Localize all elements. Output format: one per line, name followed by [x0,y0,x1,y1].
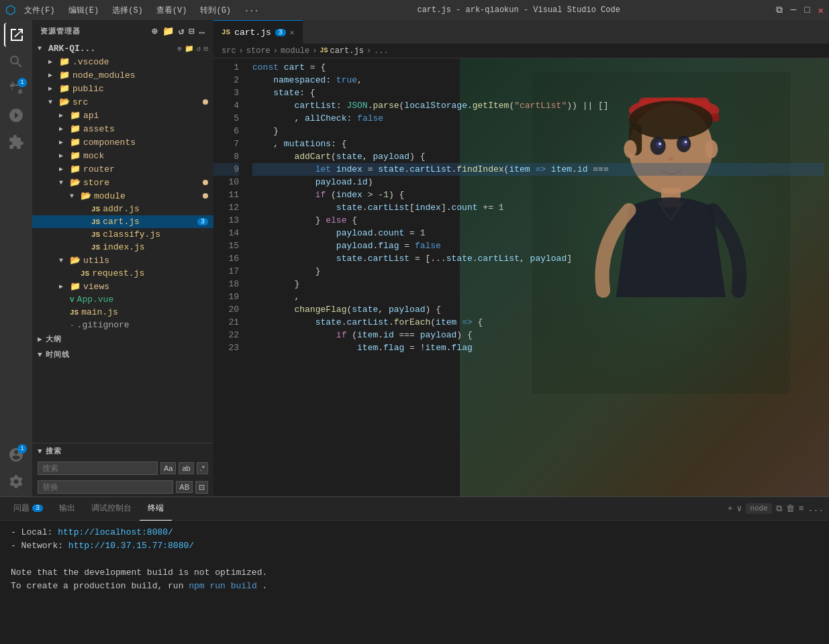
match-word-btn[interactable]: ab [179,462,193,474]
search-header[interactable]: ▼ 搜索 [32,443,213,459]
replace-input[interactable] [38,480,173,494]
file-gitignore[interactable]: ▶ · .gitignore [32,319,213,331]
breadcrumb-filename[interactable]: cart.js [330,46,363,56]
new-file-icon[interactable]: ⊕ [152,25,158,37]
local-url[interactable]: http://localhost:8080/ [58,527,173,537]
tab-terminal[interactable]: 终端 [140,497,172,521]
line-num-10: 10 [213,176,239,189]
tab-output[interactable]: 输出 [51,497,83,521]
folder-assets[interactable]: ▶ 📁 assets [32,122,213,136]
tab-debug-console[interactable]: 调试控制台 [83,497,140,521]
code-line-18: } [252,278,824,290]
refresh-icon[interactable]: ↺ [179,25,185,37]
outline-section[interactable]: ▶ 大纲 [32,331,213,347]
menu-select[interactable]: 选择(S) [109,3,146,17]
split-terminal-btn[interactable]: ⧉ [776,504,782,514]
breadcrumb-store[interactable]: store [246,46,271,56]
collapse-all-icon[interactable]: ⊟ [189,25,195,37]
store-modified-dot [203,180,208,185]
activity-settings[interactable] [4,470,28,494]
activity-account[interactable]: 1 [4,443,28,467]
delete-terminal-btn[interactable]: 🗑 [786,504,795,514]
folder-router-label: router [83,164,115,174]
line-num-12: 12 [213,201,239,214]
folder-src[interactable]: ▼ 📂 src [32,95,213,109]
regex-btn[interactable]: .* [197,462,208,474]
folder-components[interactable]: ▶ 📁 components [32,136,213,149]
window-controls: ⧉ ─ □ ✕ [776,5,824,16]
line-num-16: 16 [213,252,239,265]
project-root[interactable]: ▼ ARK-QI... ⊕ 📁 ↺ ⊟ [32,42,213,55]
folder-node-modules[interactable]: ▶ 📁 node_modules [32,68,213,82]
code-content[interactable]: const cart = { namespaced: true, state: … [247,58,829,496]
project-icon4[interactable]: ⊟ [203,44,208,53]
problems-badge: 3 [32,504,43,512]
menu-goto[interactable]: 转到(G) [197,3,234,17]
file-app-vue[interactable]: ▶ V App.vue [32,293,213,306]
terminal-extra-btn[interactable]: ... [808,504,824,514]
file-classify-js[interactable]: ▶ JS classify.js [32,228,213,241]
file-index-js[interactable]: ▶ JS index.js [32,241,213,254]
search-header-label: 搜索 [46,446,62,456]
menu-edit[interactable]: 编辑(E) [66,3,102,17]
layout-icon[interactable]: ⧉ [776,5,783,16]
network-url[interactable]: http://10.37.15.77:8080/ [68,541,194,551]
close-button[interactable]: ✕ [818,5,824,16]
replace-icon-btn[interactable]: ⊡ [195,481,208,494]
folder-store[interactable]: ▼ 📂 store [32,176,213,189]
folder-api[interactable]: ▶ 📁 api [32,109,213,122]
file-main-js[interactable]: ▶ JS main.js [32,306,213,319]
breadcrumb-src[interactable]: src [222,46,236,56]
folder-icon-vscode: 📁 [59,56,70,67]
folder-mock[interactable]: ▶ 📁 mock [32,149,213,162]
folder-icon-store: 📂 [70,177,81,188]
folder-store-label: store [83,178,109,188]
terminal-dropdown-btn[interactable]: ∨ [737,503,742,514]
folder-utils[interactable]: ▼ 📂 utils [32,254,213,267]
terminal-more-btn[interactable]: ≡ [799,504,804,514]
folder-vscode[interactable]: ▶ 📁 .vscode [32,55,213,68]
maximize-button[interactable]: □ [804,5,810,16]
tab-problems[interactable]: 问题 3 [5,497,51,521]
menu-view[interactable]: 查看(V) [154,3,190,17]
activity-explorer[interactable] [4,23,28,47]
file-cart-js[interactable]: ▶ JS cart.js 3 [32,215,213,228]
folder-module[interactable]: ▼ 📂 module [32,189,213,203]
folder-public[interactable]: ▶ 📁 public [32,82,213,95]
more-actions-icon[interactable]: … [199,25,205,37]
folder-router[interactable]: ▶ 📁 router [32,162,213,176]
timeline-label: 时间线 [46,350,70,360]
folder-views[interactable]: ▶ 📁 views [32,280,213,293]
new-folder-icon[interactable]: 📁 [162,25,175,37]
breadcrumb-module[interactable]: module [281,46,309,56]
timeline-section[interactable]: ▼ 时间线 [32,347,213,362]
menu-file[interactable]: 文件(F) [21,3,58,17]
project-icon2[interactable]: 📁 [185,44,194,53]
bottom-panel: 问题 3 输出 调试控制台 终端 + ∨ node ⧉ 🗑 ≡ ... [0,496,829,644]
tab-close-btn[interactable]: ✕ [290,28,295,37]
file-addr-js[interactable]: ▶ JS addr.js [32,203,213,215]
activity-run-debug[interactable] [4,103,28,127]
preserve-case-btn[interactable]: AB [176,481,193,493]
views-arrow: ▶ [59,282,70,290]
project-icon3[interactable]: ↺ [197,44,201,53]
folder-api-label: api [83,111,99,121]
activity-source-control[interactable]: 1 [4,76,28,101]
code-line-22: if (item.id === payload) { [252,329,824,341]
search-input[interactable] [38,462,158,475]
tab-bar: JS cart.js 3 ✕ [213,20,829,44]
tab-cart-js[interactable]: JS cart.js 3 ✕ [213,20,303,44]
match-case-btn[interactable]: Aa [160,462,176,474]
minimize-button[interactable]: ─ [791,5,796,16]
breadcrumb-dots[interactable]: ... [374,46,389,56]
code-line-20: changeFlag(state, payload) { [252,303,824,316]
line-num-22: 22 [213,329,239,341]
file-request-js[interactable]: ▶ JS request.js [32,267,213,280]
activity-extensions[interactable] [4,130,28,154]
project-icon1[interactable]: ⊕ [177,44,182,53]
activity-search[interactable] [4,50,28,74]
menu-more[interactable]: ... [242,3,262,17]
add-terminal-btn[interactable]: + [728,504,733,514]
terminal-content[interactable]: - Local: http://localhost:8080/ - Networ… [0,521,829,644]
folder-icon-mock: 📁 [70,150,81,161]
